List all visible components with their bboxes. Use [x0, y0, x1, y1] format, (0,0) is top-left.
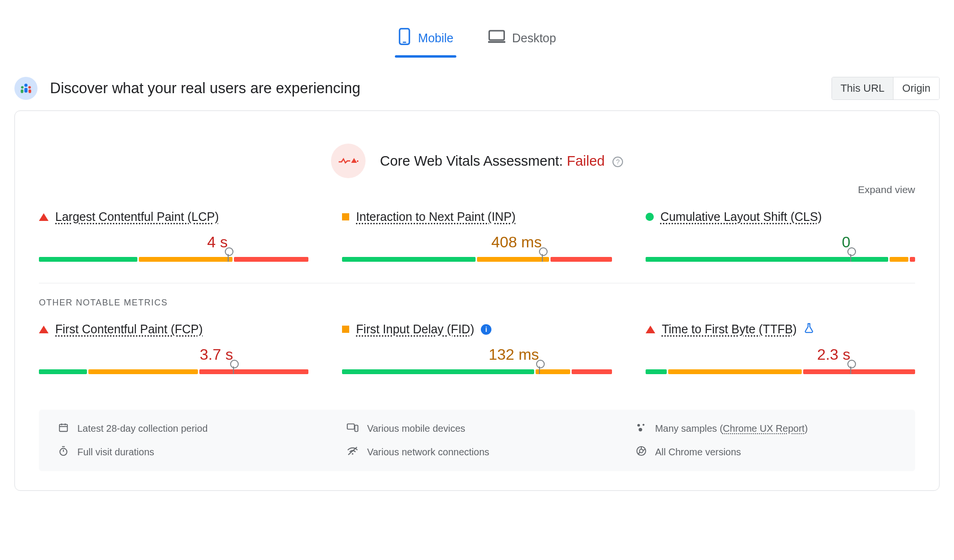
footer-networks: Various network connections: [367, 447, 489, 458]
svg-point-18: [60, 449, 67, 456]
svg-point-17: [638, 428, 642, 431]
metric-fcp-value: 3.7 s: [39, 346, 308, 364]
metric-lcp: Largest Contentful Paint (LCP) 4 s: [39, 210, 308, 278]
svg-rect-8: [21, 89, 23, 93]
tab-mobile-label: Mobile: [418, 31, 453, 45]
metric-lcp-marker: [228, 251, 229, 262]
expand-view-link[interactable]: Expand view: [858, 184, 915, 195]
metric-fid-value: 132 ms: [342, 346, 612, 364]
scope-origin[interactable]: Origin: [893, 77, 939, 99]
assessment-label: Core Web Vitals Assessment:: [380, 153, 563, 169]
status-circle-icon: [646, 213, 654, 221]
svg-rect-13: [347, 424, 355, 429]
status-triangle-icon: [39, 326, 49, 333]
stopwatch-icon: [58, 446, 69, 459]
metric-cls: Cumulative Layout Shift (CLS) 0: [646, 210, 915, 278]
metric-fid: First Input Delay (FID) i 132 ms: [342, 322, 612, 390]
assessment-text: Core Web Vitals Assessment: Failed ?: [380, 153, 623, 169]
metric-inp-value: 408 ms: [342, 233, 612, 251]
metric-cls-title[interactable]: Cumulative Layout Shift (CLS): [660, 210, 822, 224]
users-icon: [14, 77, 37, 100]
svg-rect-3: [488, 41, 505, 43]
svg-rect-9: [28, 89, 31, 93]
metric-ttfb-bar: [646, 366, 915, 376]
svg-rect-14: [355, 425, 358, 431]
metric-fid-title[interactable]: First Input Delay (FID): [356, 322, 474, 336]
chrome-icon: [636, 446, 647, 459]
svg-point-16: [642, 424, 644, 426]
crux-report-link[interactable]: Chrome UX Report: [723, 423, 805, 434]
devices-icon: [347, 422, 358, 435]
svg-rect-12: [60, 425, 68, 432]
info-icon[interactable]: i: [481, 324, 491, 335]
network-icon: [347, 446, 358, 458]
page-title: Discover what your real users are experi…: [50, 80, 360, 97]
footer-durations: Full visit durations: [77, 447, 154, 458]
footer-devices: Various mobile devices: [367, 423, 465, 434]
vitals-card: Core Web Vitals Assessment: Failed ? Exp…: [14, 110, 940, 491]
metric-ttfb-value: 2.3 s: [646, 346, 915, 364]
svg-point-19: [352, 453, 354, 454]
metric-ttfb: Time to First Byte (TTFB) 2.3 s: [646, 322, 915, 390]
assessment-status-icon: [331, 144, 366, 178]
metric-inp-title[interactable]: Interaction to Next Paint (INP): [356, 210, 515, 224]
metric-lcp-bar: [39, 254, 308, 264]
samples-icon: [636, 422, 647, 435]
metric-lcp-title[interactable]: Largest Contentful Paint (LCP): [55, 210, 219, 224]
scope-toggle: This URL Origin: [832, 77, 940, 100]
svg-rect-7: [24, 88, 28, 93]
device-tabs: Mobile Desktop: [14, 14, 940, 58]
tab-desktop-label: Desktop: [512, 31, 556, 45]
calendar-icon: [58, 422, 69, 435]
mobile-icon: [398, 28, 411, 48]
status-square-icon: [342, 326, 349, 333]
footer-versions: All Chrome versions: [655, 447, 741, 458]
footer-samples: Many samples (Chrome UX Report): [655, 423, 808, 434]
svg-point-4: [24, 84, 28, 87]
metric-inp-bar: [342, 254, 612, 264]
metric-fid-marker: [539, 364, 540, 374]
svg-point-6: [28, 86, 31, 88]
metric-inp: Interaction to Next Paint (INP) 408 ms: [342, 210, 612, 278]
metric-fcp-marker: [233, 364, 234, 374]
metric-cls-value: 0: [646, 233, 915, 251]
status-triangle-icon: [39, 213, 49, 221]
svg-rect-1: [403, 42, 406, 43]
svg-marker-10: [351, 158, 357, 163]
svg-rect-11: [357, 160, 358, 162]
metric-cls-marker: [850, 251, 851, 262]
tab-desktop[interactable]: Desktop: [485, 24, 559, 58]
metric-ttfb-marker: [850, 364, 851, 374]
assessment-help-icon[interactable]: ?: [612, 157, 623, 167]
svg-point-5: [21, 86, 24, 88]
metric-inp-marker: [542, 251, 543, 262]
metric-fid-bar: [342, 366, 612, 376]
collection-info: Latest 28-day collection period Various …: [39, 410, 915, 471]
metric-fcp: First Contentful Paint (FCP) 3.7 s: [39, 322, 308, 390]
metric-fcp-title[interactable]: First Contentful Paint (FCP): [55, 322, 203, 336]
desktop-icon: [488, 29, 505, 47]
assessment-status: Failed: [567, 153, 605, 169]
footer-period: Latest 28-day collection period: [77, 423, 208, 434]
svg-rect-2: [489, 31, 504, 40]
metric-fcp-bar: [39, 366, 308, 376]
tab-mobile[interactable]: Mobile: [395, 24, 456, 58]
status-triangle-icon: [646, 326, 655, 333]
flask-icon[interactable]: [804, 322, 814, 336]
svg-point-15: [637, 424, 640, 427]
metric-cls-bar: [646, 254, 915, 264]
other-metrics-heading: OTHER NOTABLE METRICS: [39, 298, 915, 308]
metric-ttfb-title[interactable]: Time to First Byte (TTFB): [662, 322, 797, 336]
status-square-icon: [342, 213, 349, 220]
metric-lcp-value: 4 s: [39, 233, 308, 251]
scope-this-url[interactable]: This URL: [832, 77, 893, 99]
divider: [39, 283, 915, 283]
